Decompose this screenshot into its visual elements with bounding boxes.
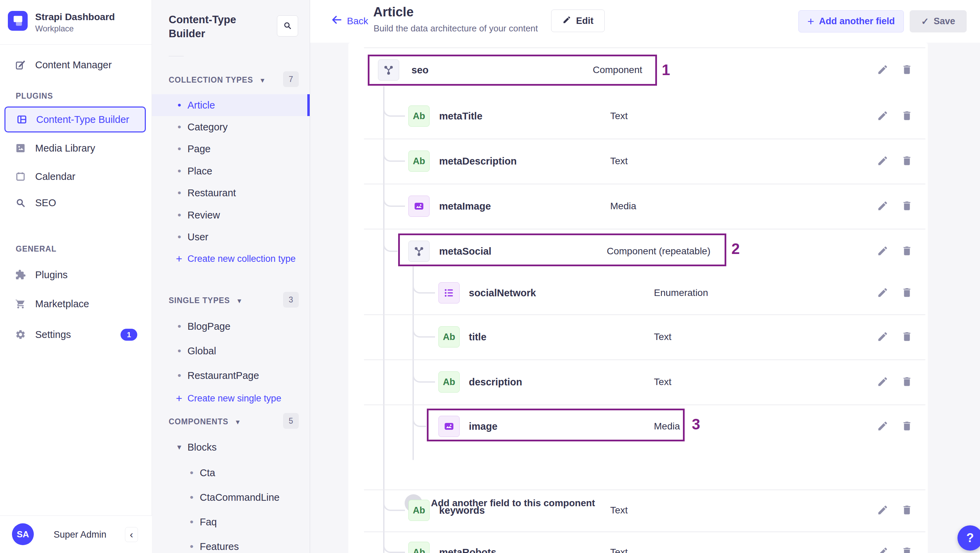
edit-field-button[interactable]	[876, 154, 889, 168]
field-row-title: Ab title Text	[348, 315, 928, 359]
sidebar-item-restaurant[interactable]: •Restaurant	[152, 182, 310, 204]
field-type: Text	[654, 377, 671, 388]
help-button[interactable]: ?	[958, 525, 980, 551]
cart-icon	[15, 298, 26, 309]
check-icon: ✓	[921, 16, 929, 27]
components-header[interactable]: COMPONENTS▼	[169, 417, 242, 426]
field-row-socialnetwork: socialNetwork Enumeration	[348, 270, 928, 315]
user-strip: SA Super Admin ‹	[0, 515, 152, 553]
page-title: Article	[373, 5, 414, 19]
sidebar-item-place[interactable]: •Place	[152, 160, 310, 182]
sidebar-item-page[interactable]: •Page	[152, 138, 310, 160]
field-name: title	[469, 332, 487, 343]
sidebar-item-label: Media Library	[35, 143, 95, 154]
sidebar-item-seo[interactable]: SEO	[0, 192, 152, 214]
sidebar-item-cta[interactable]: •Cta	[152, 462, 310, 484]
sidebar-item-label: Settings	[35, 329, 71, 340]
text-field-icon: Ab	[408, 105, 430, 127]
field-type: Media	[654, 421, 680, 432]
field-type: Text	[610, 547, 628, 553]
field-row-seo: seo Component	[348, 48, 928, 92]
plus-icon: +	[808, 15, 815, 28]
text-field-icon: Ab	[438, 372, 460, 393]
edit-field-button[interactable]	[876, 545, 889, 553]
sidebar-item-marketplace[interactable]: Marketplace	[0, 293, 152, 315]
field-row-image: image Media	[348, 404, 928, 449]
delete-field-button[interactable]	[900, 245, 914, 258]
delete-field-button[interactable]	[900, 63, 914, 77]
collection-types-header[interactable]: COLLECTION TYPES▼	[169, 75, 266, 85]
edit-field-button[interactable]	[876, 109, 889, 123]
image-icon	[15, 143, 26, 154]
magnifier-icon	[15, 197, 26, 208]
edit-field-button[interactable]	[876, 286, 889, 300]
avatar[interactable]: SA	[12, 523, 34, 545]
edit-field-button[interactable]	[876, 245, 889, 258]
delete-field-button[interactable]	[900, 420, 914, 433]
text-field-icon: Ab	[438, 326, 460, 348]
sidebar-item-content-type-builder[interactable]: Content-Type Builder	[5, 106, 146, 132]
sidebar-item-blogpage[interactable]: •BlogPage	[152, 315, 310, 337]
delete-field-button[interactable]	[900, 375, 914, 389]
chevron-down-icon: ▼	[235, 418, 242, 426]
sidebar-item-settings[interactable]: Settings 1	[0, 324, 152, 345]
sidebar-item-restaurantpage[interactable]: •RestaurantPage	[152, 365, 310, 386]
field-row-metasocial: metaSocial Component (repeatable)	[348, 229, 928, 274]
delete-field-button[interactable]	[900, 545, 914, 553]
sidebar-item-article[interactable]: •Article	[152, 94, 310, 116]
delete-field-button[interactable]	[900, 109, 914, 123]
search-button[interactable]	[277, 15, 298, 37]
sidebar-item-global[interactable]: •Global	[152, 340, 310, 362]
edit-field-button[interactable]	[876, 63, 889, 77]
field-name: metaSocial	[439, 246, 492, 257]
field-row-keywords: Ab keywords Text	[348, 488, 928, 533]
create-collection-type-link[interactable]: +Create new collection type	[152, 248, 310, 269]
delete-field-button[interactable]	[900, 330, 914, 344]
field-name: seo	[412, 65, 428, 76]
single-types-header[interactable]: SINGLE TYPES▼	[169, 296, 243, 305]
brand-name: Strapi Dashboard	[35, 12, 115, 22]
calendar-icon	[15, 171, 26, 182]
edit-field-button[interactable]	[876, 330, 889, 344]
field-name: metaImage	[439, 201, 491, 212]
sidebar-item-user[interactable]: •User	[152, 226, 310, 248]
field-row-metaimage: metaImage Media	[348, 184, 928, 229]
field-type: Component	[593, 65, 642, 75]
sidebar-item-plugins[interactable]: Plugins	[0, 264, 152, 286]
sidebar-item-label: Calendar	[35, 171, 75, 182]
sidebar-item-calendar[interactable]: Calendar	[0, 165, 152, 188]
create-single-type-link[interactable]: +Create new single type	[152, 388, 310, 408]
sidebar-item-category[interactable]: •Category	[152, 116, 310, 138]
annotation-number-1: 1	[662, 62, 670, 78]
collapse-sidebar-button[interactable]: ‹	[125, 527, 138, 542]
delete-field-button[interactable]	[900, 504, 914, 517]
edit-field-button[interactable]	[876, 504, 889, 517]
enumeration-field-icon	[438, 282, 460, 304]
layout-grid-icon	[16, 114, 27, 125]
pencil-icon	[562, 15, 571, 27]
sidebar-item-ctacommandline[interactable]: •CtaCommandLine	[152, 486, 310, 508]
edit-field-button[interactable]	[876, 375, 889, 389]
save-button[interactable]: ✓ Save	[910, 10, 967, 32]
sidebar-item-features[interactable]: •Features	[152, 536, 310, 553]
divider	[169, 56, 184, 56]
add-another-field-button[interactable]: + Add another field	[798, 10, 904, 32]
sidebar-item-media-library[interactable]: Media Library	[0, 137, 152, 159]
component-group-blocks[interactable]: ▼Blocks	[152, 436, 310, 458]
main-sidebar: Strapi Dashboard Workplace Content Manag…	[0, 0, 152, 553]
brand-block[interactable]: Strapi Dashboard Workplace	[0, 0, 152, 45]
puzzle-icon	[15, 269, 26, 280]
delete-field-button[interactable]	[900, 286, 914, 300]
edit-field-button[interactable]	[876, 199, 889, 213]
sidebar-item-label: SEO	[35, 197, 56, 208]
sidebar-item-faq[interactable]: •Faq	[152, 511, 310, 533]
back-link[interactable]: Back	[331, 14, 368, 28]
sidebar-item-review[interactable]: •Review	[152, 204, 310, 226]
delete-field-button[interactable]	[900, 199, 914, 213]
delete-field-button[interactable]	[900, 154, 914, 168]
edit-button[interactable]: Edit	[551, 10, 605, 32]
field-type: Component (repeatable)	[607, 246, 711, 257]
sidebar-item-content-manager[interactable]: Content Manager	[0, 54, 152, 76]
edit-field-button[interactable]	[876, 420, 889, 433]
component-icon	[408, 241, 430, 262]
